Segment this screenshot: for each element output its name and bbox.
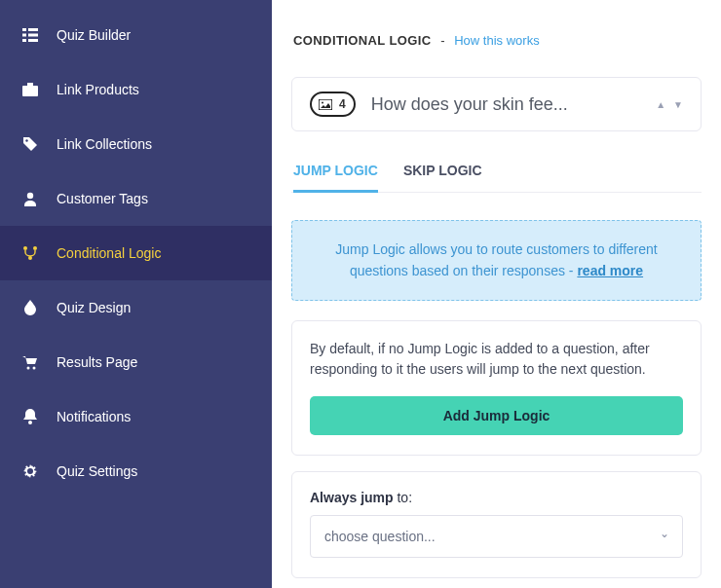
cart-icon (21, 355, 39, 370)
sidebar-item-link-collections[interactable]: Link Collections (0, 117, 272, 171)
question-text: How does your skin fee... (371, 94, 641, 115)
app-root: Quiz Builder Link Products Link Collecti… (0, 0, 721, 588)
page-title: CONDITIONAL LOGIC (293, 33, 432, 48)
svg-point-13 (27, 366, 30, 369)
always-jump-select-wrap: choose question... ⌄ (310, 515, 683, 558)
branch-icon (21, 245, 39, 261)
briefcase-icon (21, 83, 39, 96)
svg-point-17 (322, 101, 323, 103)
sidebar-item-label: Customer Tags (57, 191, 148, 206)
sidebar-item-notifications[interactable]: Notifications (0, 389, 272, 444)
svg-rect-1 (28, 28, 38, 31)
svg-point-15 (28, 421, 32, 424)
question-reorder: ▲ ▼ (656, 99, 683, 110)
svg-rect-7 (22, 86, 38, 96)
title-separator: - (440, 33, 444, 48)
svg-point-14 (33, 366, 36, 369)
question-selector[interactable]: 4 How does your skin fee... ▲ ▼ (291, 77, 702, 131)
svg-rect-5 (28, 39, 38, 42)
svg-rect-6 (27, 83, 33, 86)
sidebar-item-label: Link Collections (57, 136, 152, 152)
always-jump-label: Always jump to: (310, 490, 683, 505)
tab-jump-logic[interactable]: JUMP LOGIC (293, 157, 378, 193)
question-number: 4 (339, 97, 346, 111)
tab-skip-logic[interactable]: SKIP LOGIC (403, 157, 482, 193)
svg-point-10 (23, 246, 27, 250)
sidebar-item-customer-tags[interactable]: Customer Tags (0, 171, 272, 226)
default-behavior-card: By default, if no Jump Logic is added to… (291, 320, 702, 456)
sidebar-item-label: Quiz Design (57, 300, 131, 315)
gear-icon (21, 463, 39, 479)
default-behavior-text: By default, if no Jump Logic is added to… (310, 339, 683, 381)
how-this-works-link[interactable]: How this works (454, 33, 539, 48)
sidebar-item-label: Link Products (57, 82, 139, 97)
svg-point-9 (27, 193, 33, 199)
always-jump-select[interactable]: choose question... (310, 515, 683, 558)
sidebar: Quiz Builder Link Products Link Collecti… (0, 0, 272, 588)
question-number-badge: 4 (310, 92, 356, 117)
tag-icon (21, 136, 39, 152)
sidebar-item-link-products[interactable]: Link Products (0, 62, 272, 117)
sidebar-item-label: Results Page (57, 354, 137, 370)
person-icon (21, 191, 39, 206)
page-header: CONDITIONAL LOGIC - How this works (291, 33, 702, 48)
drop-icon (21, 300, 39, 315)
read-more-link[interactable]: read more (577, 263, 643, 278)
svg-rect-4 (22, 39, 26, 42)
sidebar-item-label: Notifications (57, 409, 131, 424)
sidebar-item-label: Conditional Logic (57, 245, 161, 261)
list-icon (21, 28, 39, 42)
caret-down-icon[interactable]: ▼ (673, 99, 683, 110)
image-icon (319, 99, 332, 110)
svg-point-8 (25, 139, 27, 141)
caret-up-icon[interactable]: ▲ (656, 99, 665, 110)
svg-point-11 (33, 246, 37, 250)
svg-rect-2 (22, 34, 26, 37)
sidebar-item-quiz-builder[interactable]: Quiz Builder (0, 8, 272, 62)
sidebar-item-results-page[interactable]: Results Page (0, 335, 272, 389)
sidebar-item-label: Quiz Builder (57, 27, 131, 43)
sidebar-item-quiz-settings[interactable]: Quiz Settings (0, 444, 272, 498)
logic-tabs: JUMP LOGIC SKIP LOGIC (291, 157, 702, 193)
jump-logic-info: Jump Logic allows you to route customers… (291, 220, 702, 301)
sidebar-item-label: Quiz Settings (57, 463, 137, 479)
svg-rect-16 (319, 99, 332, 110)
add-jump-logic-button[interactable]: Add Jump Logic (310, 396, 683, 435)
sidebar-item-conditional-logic[interactable]: Conditional Logic (0, 226, 272, 280)
main-panel: CONDITIONAL LOGIC - How this works 4 How… (272, 0, 721, 588)
sidebar-item-quiz-design[interactable]: Quiz Design (0, 280, 272, 335)
always-jump-card: Always jump to: choose question... ⌄ (291, 471, 702, 578)
bell-icon (21, 409, 39, 424)
svg-rect-0 (22, 28, 26, 31)
svg-rect-3 (28, 34, 38, 37)
